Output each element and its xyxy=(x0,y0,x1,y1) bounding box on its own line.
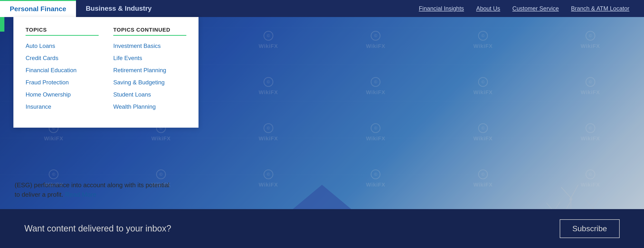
topics-title: TOPICS xyxy=(26,27,99,33)
topic-financial-education[interactable]: Financial Education xyxy=(26,67,99,74)
topic-life-events[interactable]: Life Events xyxy=(113,55,186,62)
topic-retirement-planning[interactable]: Retirement Planning xyxy=(113,67,186,74)
navbar: Personal Finance Business & Industry Fin… xyxy=(0,0,644,17)
topic-credit-cards[interactable]: Credit Cards xyxy=(26,55,99,62)
topic-wealth-planning[interactable]: Wealth Planning xyxy=(113,103,186,110)
topic-investment-basics[interactable]: Investment Basics xyxy=(113,43,186,49)
tab-business-industry[interactable]: Business & Industry xyxy=(76,0,162,17)
topic-insurance[interactable]: Insurance xyxy=(26,103,99,110)
dropdown-menu: TOPICS Auto Loans Credit Cards Financial… xyxy=(14,17,198,128)
topic-fraud-protection[interactable]: Fraud Protection xyxy=(26,79,99,86)
nav-right-links: Financial Insights About Us Customer Ser… xyxy=(419,0,644,17)
nav-link-insights[interactable]: Financial Insights xyxy=(419,5,464,12)
topics-continued-divider xyxy=(113,35,186,36)
topic-home-ownership[interactable]: Home Ownership xyxy=(26,91,99,98)
nav-link-branch[interactable]: Branch & ATM Locator xyxy=(571,5,630,12)
tab-personal-finance[interactable]: Personal Finance xyxy=(0,0,76,17)
green-accent-bar xyxy=(0,17,4,32)
topic-student-loans[interactable]: Student Loans xyxy=(113,91,186,98)
topics-continued-title: TOPICS CONTINUED xyxy=(113,27,186,33)
topic-saving-budgeting[interactable]: Saving & Budgeting xyxy=(113,79,186,86)
topics-column: TOPICS Auto Loans Credit Cards Financial… xyxy=(26,27,99,116)
topic-auto-loans[interactable]: Auto Loans xyxy=(26,43,99,49)
nav-link-about[interactable]: About Us xyxy=(476,5,500,12)
topics-divider xyxy=(26,35,99,36)
nav-link-customer[interactable]: Customer Service xyxy=(512,5,559,12)
dropdown-columns: TOPICS Auto Loans Credit Cards Financial… xyxy=(26,27,186,116)
topics-continued-column: TOPICS CONTINUED Investment Basics Life … xyxy=(113,27,186,116)
